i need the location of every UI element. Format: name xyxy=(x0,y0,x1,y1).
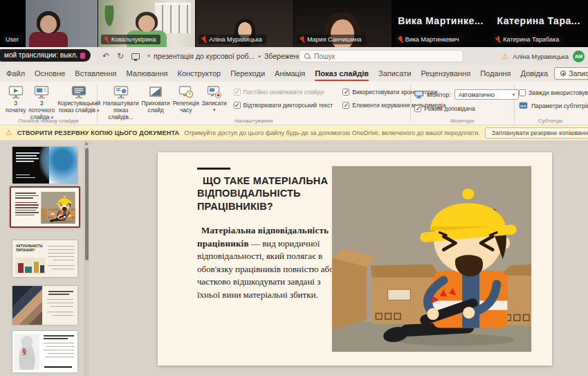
thumb5-figure xyxy=(15,334,39,370)
avatar[interactable]: АМ xyxy=(573,51,585,62)
from-current-slide-button[interactable]: З поточного слайда xyxy=(27,84,56,120)
monitors-group: Монітор: Автоматично Режим доповідача Мо… xyxy=(410,82,514,125)
schedule-backup-button[interactable]: Запланувати резервне копіювання пізніше xyxy=(485,127,588,138)
scrollbar-up-icon[interactable]: ▲ xyxy=(84,141,89,145)
start-group-label: Початок показу слайдів xyxy=(0,118,97,124)
thumbnail-scrollbar[interactable]: ▲ xyxy=(84,141,89,376)
worker-injury-illustration[interactable] xyxy=(332,166,531,352)
participant-name: Мария Санчишина xyxy=(307,36,362,43)
tab-home[interactable]: Основне xyxy=(28,65,71,82)
stream-status-overlay: мой трансляции: выкл. xyxy=(0,49,91,62)
monitor-select[interactable]: Автоматично xyxy=(454,89,519,100)
title-separator: • xyxy=(258,52,261,60)
hide-slide-icon xyxy=(149,84,163,100)
tab-insert[interactable]: Вставлення xyxy=(68,65,122,82)
participant-big-name: Вика Мартинке... xyxy=(392,15,490,26)
clock-monitor-icon xyxy=(178,84,194,100)
tab-design[interactable]: Конструктор xyxy=(171,65,227,82)
custom-slideshow-button[interactable]: Користувацький показ слайдів xyxy=(56,84,102,114)
quick-access-toolbar: ↶ ↻ ▾ xyxy=(102,47,150,65)
account-warning-icon[interactable]: ⚠ xyxy=(502,52,508,61)
tab-row-right: Записати xyxy=(554,65,588,82)
monitor-gear-icon xyxy=(113,84,129,100)
slide-title[interactable]: ЩО ТАКЕ МАТЕРІАЛЬНА ВІДПОВІДАЛЬНІСТЬ ПРА… xyxy=(197,174,348,213)
search-input[interactable] xyxy=(314,53,458,60)
participant-name-tag: Вика Мартинкевич xyxy=(395,35,463,44)
participant-name-tag: КовальчукІрина xyxy=(101,35,160,44)
participant-name-tag: Катерина Тарабака xyxy=(493,35,563,44)
participant-name: Катерина Тарабака xyxy=(503,36,559,43)
thumb5-paragraph-symbol: § xyxy=(22,346,27,357)
checkbox-icon xyxy=(342,89,349,96)
thumbnail-slide-1[interactable] xyxy=(12,147,77,183)
customize-toolbar-icon[interactable]: ▾ xyxy=(147,53,150,59)
slide-canvas[interactable]: ЩО ТАКЕ МАТЕРІАЛЬНА ВІДПОВІДАЛЬНІСТЬ ПРА… xyxy=(158,152,552,366)
video-tile-kovalchuk[interactable]: КовальчукІрина xyxy=(98,0,196,47)
account-name: Аліна Муравицька xyxy=(513,53,569,60)
participant-big-name: Катерина Тара... xyxy=(490,15,587,26)
plant-background xyxy=(104,6,115,29)
checkbox-icon xyxy=(414,105,421,112)
checkbox-icon xyxy=(234,89,241,96)
slide-body-text[interactable]: Матеріальна відповідальність працівників… xyxy=(197,224,337,301)
setup-group-label: Налаштування xyxy=(98,118,410,124)
zoom-video-strip: User КовальчукІрина Аліна Муравицька xyxy=(0,0,588,47)
captions-icon xyxy=(519,102,528,109)
tab-help[interactable]: Довідка xyxy=(515,65,555,82)
start-slideshow-icon[interactable] xyxy=(131,53,140,60)
presenter-view-label: Режим доповідача xyxy=(424,105,475,112)
from-beginning-button[interactable]: З початку xyxy=(4,84,27,114)
undo-icon[interactable]: ↶ xyxy=(102,51,109,61)
presenter-view-checkbox[interactable]: Режим доповідача xyxy=(414,105,519,112)
video-tile-maria[interactable]: Мария Санчишина xyxy=(294,0,392,47)
muted-mic-icon xyxy=(201,36,207,43)
record-button[interactable]: Записати xyxy=(554,67,588,80)
thumbnail-slide-4[interactable] xyxy=(12,286,77,325)
record-slideshow-label: Записати xyxy=(202,100,227,113)
tab-view[interactable]: Подання xyxy=(474,65,517,82)
checkbox-icon xyxy=(342,102,349,109)
tab-animations[interactable]: Анімація xyxy=(268,65,311,82)
video-tile-vika[interactable]: Вика Мартинке... Вика Мартинкевич xyxy=(392,0,490,47)
thumb3-illustration xyxy=(15,258,46,274)
setup-slideshow-button[interactable]: Налаштувати показ слайдів... xyxy=(102,84,140,120)
caption-settings-button[interactable]: Параметри субтитрів xyxy=(519,102,588,109)
tab-file[interactable]: Файл xyxy=(0,65,31,82)
tab-record[interactable]: Записати xyxy=(372,65,417,82)
muted-mic-icon xyxy=(104,36,109,43)
monitor-select-value: Автоматично xyxy=(459,91,495,98)
always-use-captions-checkbox[interactable]: Завжди використовувати субтитри xyxy=(519,89,588,96)
tab-review[interactable]: Рецензування xyxy=(414,65,477,82)
record-button-label: Записати xyxy=(569,69,588,78)
checkbox-icon xyxy=(519,89,526,96)
tab-slideshow[interactable]: Показ слайдів xyxy=(309,65,375,82)
rehearse-timings-button[interactable]: Репетиція часу xyxy=(172,84,201,114)
video-tile-alina[interactable]: Аліна Муравицька xyxy=(196,0,294,47)
thumb4-handshake-photo xyxy=(12,286,42,325)
video-tile-kateryna[interactable]: Катерина Тара... Катерина Тарабака xyxy=(490,0,588,47)
screen: User КовальчукІрина Аліна Муравицька xyxy=(0,0,588,376)
search-box[interactable] xyxy=(299,50,463,62)
from-beginning-label: З початку xyxy=(6,100,26,114)
thumbnail-slide-5[interactable]: § xyxy=(12,331,77,373)
checkbox-icon xyxy=(234,102,241,109)
thumbnail-slide-3[interactable]: АКТУАЛЬНІСТЬ ПИТАННЯ? xyxy=(12,240,77,277)
titlebar: мой трансляции: выкл. ↶ ↻ ▾ презентація … xyxy=(0,47,588,65)
account-area: ⚠ Аліна Муравицька АМ xyxy=(502,47,585,65)
hide-slide-button[interactable]: Приховати слайд xyxy=(140,84,172,114)
tab-draw[interactable]: Малювання xyxy=(120,65,174,82)
setup-group: Налаштувати показ слайдів... Приховати с… xyxy=(98,82,410,125)
backup-notification-bar: ⚠ СТВОРИТИ РЕЗЕРВНУ КОПІЮ ЦЬОГО ДОКУМЕНТ… xyxy=(0,125,588,141)
thumb3-title: АКТУАЛЬНІСТЬ ПИТАННЯ? xyxy=(16,244,45,253)
stream-app-icon xyxy=(80,53,85,59)
record-slideshow-button[interactable]: Записати xyxy=(201,84,228,113)
scrollbar-thumb[interactable] xyxy=(85,148,89,260)
participant-name-tag: Мария Санчишина xyxy=(297,35,366,44)
play-narrations-checkbox[interactable]: Відтворювати дикторський текст xyxy=(234,102,333,109)
video-tile-user[interactable]: User xyxy=(0,0,98,47)
notification-message: Отримуйте доступ до цього файлу будь-де … xyxy=(184,129,480,136)
redo-icon[interactable]: ↻ xyxy=(117,51,124,61)
captions-group-label: Субтитри xyxy=(515,118,588,124)
tab-transitions[interactable]: Переходи xyxy=(224,65,271,82)
thumbnail-slide-2-selected[interactable] xyxy=(10,186,80,228)
